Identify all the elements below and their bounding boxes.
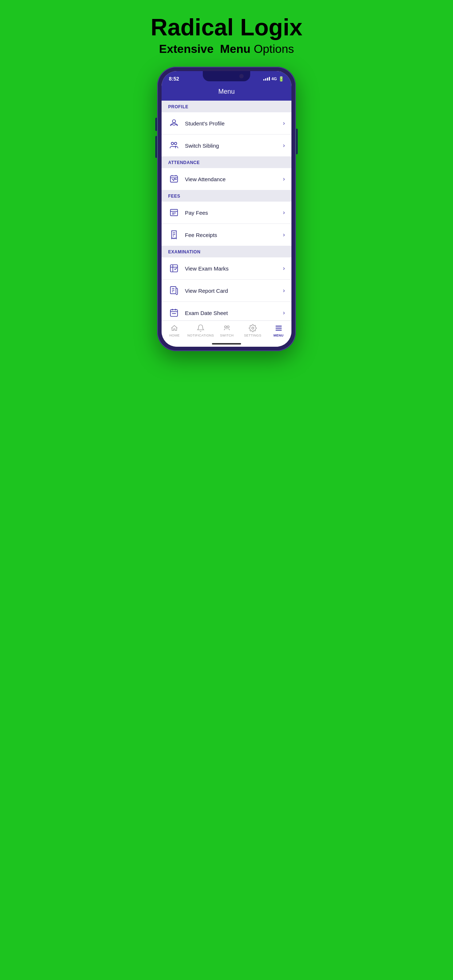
home-nav-icon (170, 324, 179, 332)
attendance-menu-items: View Attendance › (161, 168, 292, 190)
svg-point-2 (174, 143, 177, 145)
nav-notifications[interactable]: NOTIFICATIONS (187, 324, 214, 337)
home-indicator (161, 342, 292, 347)
chevron-icon: › (283, 209, 285, 216)
app-subtitle: Extensive Menu Options (151, 42, 302, 56)
view-report-card-label: View Report Card (185, 288, 228, 294)
chevron-icon: › (283, 176, 285, 182)
network-label: 4G (271, 76, 277, 81)
home-nav-label: HOME (169, 334, 179, 337)
view-exam-marks-item[interactable]: View Exam Marks › (161, 258, 292, 280)
chevron-icon: › (283, 265, 285, 272)
view-report-card-item[interactable]: View Report Card › (161, 280, 292, 302)
fees-menu-items: Pay Fees › Fee Receipts › (161, 202, 292, 246)
report-icon (168, 285, 180, 296)
app-header: Menu (161, 84, 292, 100)
menu-nav-icon (274, 324, 283, 332)
status-icons: 4G 🔋 (263, 76, 284, 82)
notifications-nav-icon (196, 324, 205, 332)
settings-nav-label: SETTINGS (244, 334, 261, 337)
section-header-profile: PROFILE (161, 100, 292, 112)
nav-settings[interactable]: SETTINGS (239, 324, 266, 337)
power-button (296, 129, 298, 154)
volume-up-button (155, 118, 157, 131)
status-time: 8:52 (169, 76, 179, 82)
phone-frame: 8:52 4G 🔋 Menu PR (157, 67, 296, 351)
svg-rect-3 (170, 176, 178, 182)
siblings-icon (168, 140, 180, 151)
students-profile-item[interactable]: Student's Profile › (161, 112, 292, 135)
exam-date-sheet-label: Exam Date Sheet (185, 310, 228, 316)
app-header-title: Menu (218, 88, 234, 95)
svg-point-1 (171, 143, 174, 145)
chevron-icon: › (283, 232, 285, 238)
switch-sibling-item[interactable]: Switch Sibling › (161, 135, 292, 156)
attendance-icon (168, 173, 180, 185)
app-title: Radical Logix (151, 14, 302, 40)
nav-menu[interactable]: MENU (266, 324, 292, 337)
receipt-icon (168, 229, 180, 240)
fees-icon (168, 207, 180, 218)
signal-icon (263, 77, 270, 81)
subtitle-bold: Extensive Menu (159, 42, 250, 56)
battery-icon: 🔋 (278, 76, 284, 82)
nav-home[interactable]: HOME (161, 324, 187, 337)
fee-receipts-label: Fee Receipts (185, 232, 217, 238)
svg-rect-21 (170, 310, 178, 317)
section-header-fees: FEES (161, 190, 292, 202)
switch-nav-label: SWITCH (220, 334, 233, 337)
section-header-attendance: ATTENDANCE (161, 156, 292, 168)
nav-switch[interactable]: SWITCH (214, 324, 240, 337)
menu-content[interactable]: PROFILE Student's Profile › (161, 100, 292, 320)
chevron-icon: › (283, 310, 285, 316)
pay-fees-item[interactable]: Pay Fees › (161, 202, 292, 224)
examination-menu-items: View Exam Marks › View Report Card › (161, 258, 292, 320)
svg-point-32 (252, 328, 254, 329)
notifications-nav-label: NOTIFICATIONS (187, 334, 214, 337)
calendar-icon (168, 307, 180, 319)
section-header-examination: EXAMINATION (161, 246, 292, 258)
profile-menu-items: Student's Profile › Switch Sibling › (161, 112, 292, 156)
switch-sibling-label: Switch Sibling (185, 143, 219, 149)
marks-icon (168, 262, 180, 274)
subtitle-normal: Options (250, 42, 294, 56)
phone-notch (203, 71, 250, 81)
menu-nav-label: MENU (274, 334, 284, 337)
phone-mockup: 8:52 4G 🔋 Menu PR (157, 67, 296, 351)
bottom-nav: HOME NOTIFICATIONS SWITCH (161, 320, 292, 342)
students-profile-label: Student's Profile (185, 120, 225, 127)
pay-fees-label: Pay Fees (185, 210, 208, 216)
settings-nav-icon (248, 324, 257, 332)
switch-nav-icon (222, 324, 231, 332)
page-header: Radical Logix Extensive Menu Options (151, 14, 302, 56)
home-indicator-bar (212, 343, 241, 345)
view-attendance-item[interactable]: View Attendance › (161, 168, 292, 190)
phone-screen: 8:52 4G 🔋 Menu PR (161, 71, 292, 347)
fee-receipts-item[interactable]: Fee Receipts › (161, 224, 292, 246)
svg-rect-7 (170, 210, 178, 216)
svg-point-30 (225, 326, 227, 328)
chevron-icon: › (283, 120, 285, 127)
chevron-icon: › (283, 142, 285, 149)
view-exam-marks-label: View Exam Marks (185, 266, 229, 272)
view-attendance-label: View Attendance (185, 176, 225, 182)
svg-point-31 (227, 326, 230, 328)
svg-point-0 (172, 120, 176, 123)
student-icon (168, 118, 180, 129)
exam-date-sheet-item[interactable]: Exam Date Sheet › (161, 302, 292, 320)
chevron-icon: › (283, 287, 285, 294)
volume-down-button (155, 136, 157, 158)
